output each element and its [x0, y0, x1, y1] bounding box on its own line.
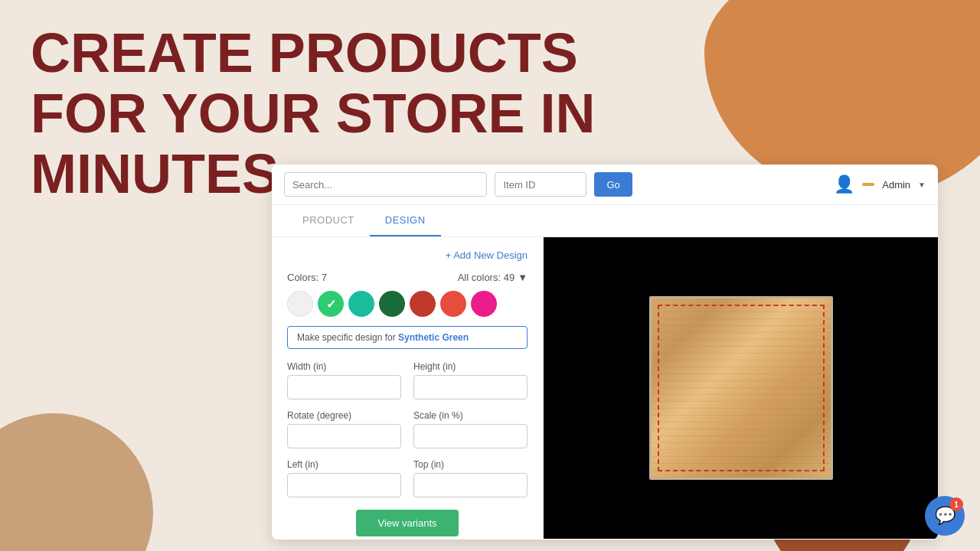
swatch-teal[interactable]	[348, 291, 374, 317]
left-input[interactable]	[287, 473, 401, 497]
chevron-down-icon: ▼	[518, 272, 528, 283]
top-label: Top (in)	[413, 459, 528, 470]
height-input[interactable]	[413, 375, 528, 399]
width-input[interactable]	[287, 375, 401, 399]
swatch-pink[interactable]	[471, 291, 497, 317]
swatch-red[interactable]	[440, 291, 466, 317]
chat-badge: 1	[949, 497, 963, 511]
colors-label: Colors: 7	[287, 272, 327, 283]
scale-group: Scale (in %)	[413, 410, 528, 448]
width-group: Width (in)	[287, 361, 401, 399]
top-input[interactable]	[413, 473, 528, 497]
colors-row: Colors: 7 All colors: 49 ▼	[287, 272, 528, 283]
swatch-green[interactable]	[318, 291, 344, 317]
scale-input[interactable]	[413, 424, 528, 448]
all-colors-dropdown[interactable]: All colors: 49 ▼	[458, 272, 528, 283]
specific-design-button[interactable]: Make specific design for Synthetic Green	[287, 326, 528, 349]
left-panel: + Add New Design Colors: 7 All colors: 4…	[272, 237, 544, 539]
left-label: Left (in)	[287, 459, 401, 470]
header-bar: Go 👤 Admin ▼	[272, 165, 938, 205]
rotate-scale-row: Rotate (degree) Scale (in %)	[287, 410, 528, 448]
height-label: Height (in)	[413, 361, 528, 372]
tab-design[interactable]: DESIGN	[370, 205, 441, 236]
tabs: PRODUCT DESIGN	[272, 205, 938, 237]
content-area: + Add New Design Colors: 7 All colors: 4…	[272, 237, 938, 539]
left-group: Left (in)	[287, 459, 401, 497]
view-variants-button[interactable]: View variants	[356, 510, 458, 536]
height-group: Height (in)	[413, 361, 528, 399]
tab-product[interactable]: PRODUCT	[287, 205, 370, 236]
add-design-link[interactable]: + Add New Design	[287, 249, 528, 261]
chat-bubble-button[interactable]: 💬 1	[925, 496, 965, 536]
rotate-input[interactable]	[287, 424, 401, 448]
bg-shape-bottom-left	[0, 413, 153, 551]
width-height-row: Width (in) Height (in)	[287, 361, 528, 399]
width-label: Width (in)	[287, 361, 401, 372]
rotate-group: Rotate (degree)	[287, 410, 401, 448]
go-button[interactable]: Go	[594, 172, 632, 197]
product-preview-panel	[544, 237, 938, 539]
item-id-input[interactable]	[495, 172, 586, 197]
scale-label: Scale (in %)	[413, 410, 528, 421]
main-card: Go 👤 Admin ▼ PRODUCT DESIGN + Add New De…	[272, 165, 938, 540]
wood-grain-texture	[652, 298, 831, 478]
search-input[interactable]	[284, 172, 487, 197]
admin-chevron-icon: ▼	[918, 181, 926, 189]
left-top-row: Left (in) Top (in)	[287, 459, 528, 497]
admin-label: Admin	[882, 179, 910, 191]
user-icon: 👤	[834, 174, 854, 194]
swatch-dark-red[interactable]	[410, 291, 436, 317]
rotate-label: Rotate (degree)	[287, 410, 401, 421]
product-preview	[649, 296, 833, 480]
color-swatches	[287, 291, 528, 317]
admin-badge	[862, 183, 874, 186]
swatch-dark-green[interactable]	[379, 291, 405, 317]
top-group: Top (in)	[413, 459, 528, 497]
swatch-white[interactable]	[287, 291, 313, 317]
